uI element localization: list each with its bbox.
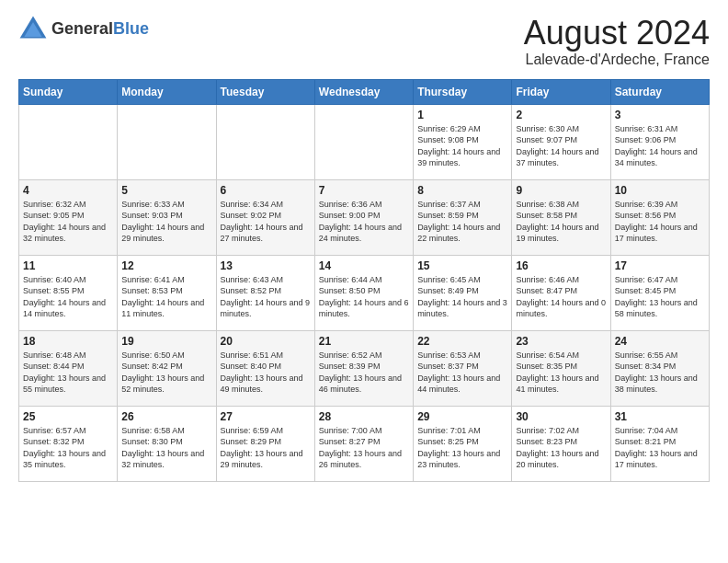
calendar-cell-w2-d6: 10Sunrise: 6:39 AM Sunset: 8:56 PM Dayli… (610, 179, 709, 255)
logo-blue-text: Blue (113, 19, 149, 38)
calendar-cell-w4-d4: 22Sunrise: 6:53 AM Sunset: 8:37 PM Dayli… (414, 330, 512, 406)
day-number: 18 (23, 335, 113, 348)
day-number: 25 (23, 410, 113, 423)
day-number: 5 (121, 184, 211, 197)
calendar-cell-w2-d0: 4Sunrise: 6:32 AM Sunset: 9:05 PM Daylig… (19, 179, 118, 255)
day-number: 14 (319, 259, 409, 272)
day-info: Sunrise: 7:02 AM Sunset: 8:23 PM Dayligh… (516, 425, 606, 471)
calendar-week-2: 4Sunrise: 6:32 AM Sunset: 9:05 PM Daylig… (19, 179, 710, 255)
day-info: Sunrise: 6:59 AM Sunset: 8:29 PM Dayligh… (221, 425, 311, 471)
calendar-cell-w2-d2: 6Sunrise: 6:34 AM Sunset: 9:02 PM Daylig… (216, 179, 314, 255)
calendar-cell-w4-d5: 23Sunrise: 6:54 AM Sunset: 8:35 PM Dayli… (512, 330, 610, 406)
day-info: Sunrise: 6:40 AM Sunset: 8:55 PM Dayligh… (23, 274, 113, 320)
day-number: 16 (516, 259, 606, 272)
calendar-cell-w3-d3: 14Sunrise: 6:44 AM Sunset: 8:50 PM Dayli… (314, 255, 413, 330)
day-info: Sunrise: 7:04 AM Sunset: 8:21 PM Dayligh… (615, 425, 705, 471)
calendar-week-1: 1Sunrise: 6:29 AM Sunset: 9:08 PM Daylig… (19, 104, 710, 179)
calendar-cell-w1-d0 (19, 104, 118, 179)
calendar-cell-w5-d4: 29Sunrise: 7:01 AM Sunset: 8:25 PM Dayli… (414, 406, 512, 481)
day-info: Sunrise: 6:39 AM Sunset: 8:56 PM Dayligh… (615, 199, 705, 245)
day-info: Sunrise: 6:57 AM Sunset: 8:32 PM Dayligh… (23, 425, 113, 471)
calendar-cell-w3-d2: 13Sunrise: 6:43 AM Sunset: 8:52 PM Dayli… (216, 255, 314, 330)
day-number: 28 (319, 410, 409, 423)
day-info: Sunrise: 6:41 AM Sunset: 8:53 PM Dayligh… (121, 274, 211, 320)
day-info: Sunrise: 6:36 AM Sunset: 9:00 PM Dayligh… (319, 199, 409, 245)
calendar-cell-w5-d1: 26Sunrise: 6:58 AM Sunset: 8:30 PM Dayli… (118, 406, 216, 481)
day-number: 26 (121, 410, 211, 423)
calendar-header-row: Sunday Monday Tuesday Wednesday Thursday… (19, 79, 710, 104)
day-info: Sunrise: 6:46 AM Sunset: 8:47 PM Dayligh… (516, 274, 606, 320)
day-number: 23 (516, 335, 606, 348)
calendar-cell-w5-d6: 31Sunrise: 7:04 AM Sunset: 8:21 PM Dayli… (610, 406, 709, 481)
day-info: Sunrise: 6:37 AM Sunset: 8:59 PM Dayligh… (417, 199, 507, 245)
day-number: 27 (221, 410, 311, 423)
day-number: 10 (615, 184, 705, 197)
calendar-cell-w5-d3: 28Sunrise: 7:00 AM Sunset: 8:27 PM Dayli… (314, 406, 413, 481)
calendar-cell-w1-d2 (216, 104, 314, 179)
calendar-cell-w4-d1: 19Sunrise: 6:50 AM Sunset: 8:42 PM Dayli… (118, 330, 216, 406)
day-number: 9 (516, 184, 606, 197)
header: GeneralBlue August 2024 Lalevade-d'Ardec… (18, 15, 710, 68)
calendar-cell-w4-d3: 21Sunrise: 6:52 AM Sunset: 8:39 PM Dayli… (314, 330, 413, 406)
day-info: Sunrise: 6:32 AM Sunset: 9:05 PM Dayligh… (23, 199, 113, 245)
day-number: 12 (121, 259, 211, 272)
day-info: Sunrise: 6:29 AM Sunset: 9:08 PM Dayligh… (417, 123, 507, 169)
calendar-cell-w1-d1 (118, 104, 216, 179)
calendar-week-4: 18Sunrise: 6:48 AM Sunset: 8:44 PM Dayli… (19, 330, 710, 406)
title-block: August 2024 Lalevade-d'Ardeche, France (524, 15, 710, 68)
day-info: Sunrise: 6:44 AM Sunset: 8:50 PM Dayligh… (319, 274, 409, 320)
calendar-cell-w2-d1: 5Sunrise: 6:33 AM Sunset: 9:03 PM Daylig… (118, 179, 216, 255)
calendar-cell-w3-d0: 11Sunrise: 6:40 AM Sunset: 8:55 PM Dayli… (19, 255, 118, 330)
day-info: Sunrise: 6:48 AM Sunset: 8:44 PM Dayligh… (23, 350, 113, 396)
day-number: 29 (417, 410, 507, 423)
calendar-cell-w1-d5: 2Sunrise: 6:30 AM Sunset: 9:07 PM Daylig… (512, 104, 610, 179)
day-number: 13 (221, 259, 311, 272)
day-info: Sunrise: 7:00 AM Sunset: 8:27 PM Dayligh… (319, 425, 409, 471)
day-info: Sunrise: 6:30 AM Sunset: 9:07 PM Dayligh… (516, 123, 606, 169)
day-info: Sunrise: 6:47 AM Sunset: 8:45 PM Dayligh… (615, 274, 705, 320)
col-thursday: Thursday (414, 79, 512, 104)
calendar-cell-w3-d1: 12Sunrise: 6:41 AM Sunset: 8:53 PM Dayli… (118, 255, 216, 330)
col-friday: Friday (512, 79, 610, 104)
page: GeneralBlue August 2024 Lalevade-d'Ardec… (0, 0, 728, 497)
calendar-cell-w1-d6: 3Sunrise: 6:31 AM Sunset: 9:06 PM Daylig… (610, 104, 709, 179)
calendar-cell-w4-d2: 20Sunrise: 6:51 AM Sunset: 8:40 PM Dayli… (216, 330, 314, 406)
day-info: Sunrise: 6:58 AM Sunset: 8:30 PM Dayligh… (121, 425, 211, 471)
day-info: Sunrise: 6:31 AM Sunset: 9:06 PM Dayligh… (615, 123, 705, 169)
calendar-week-5: 25Sunrise: 6:57 AM Sunset: 8:32 PM Dayli… (19, 406, 710, 481)
calendar-cell-w3-d6: 17Sunrise: 6:47 AM Sunset: 8:45 PM Dayli… (610, 255, 709, 330)
calendar-cell-w5-d2: 27Sunrise: 6:59 AM Sunset: 8:29 PM Dayli… (216, 406, 314, 481)
day-number: 3 (615, 109, 705, 121)
day-info: Sunrise: 6:52 AM Sunset: 8:39 PM Dayligh… (319, 350, 409, 396)
location: Lalevade-d'Ardeche, France (524, 52, 710, 68)
day-number: 1 (417, 109, 507, 121)
day-info: Sunrise: 6:33 AM Sunset: 9:03 PM Dayligh… (121, 199, 211, 245)
day-info: Sunrise: 6:38 AM Sunset: 8:58 PM Dayligh… (516, 199, 606, 245)
day-number: 4 (23, 184, 113, 197)
day-info: Sunrise: 6:53 AM Sunset: 8:37 PM Dayligh… (417, 350, 507, 396)
day-number: 24 (615, 335, 705, 348)
day-number: 22 (417, 335, 507, 348)
calendar-cell-w5-d5: 30Sunrise: 7:02 AM Sunset: 8:23 PM Dayli… (512, 406, 610, 481)
calendar-cell-w5-d0: 25Sunrise: 6:57 AM Sunset: 8:32 PM Dayli… (19, 406, 118, 481)
day-info: Sunrise: 6:51 AM Sunset: 8:40 PM Dayligh… (221, 350, 311, 396)
day-number: 31 (615, 410, 705, 423)
day-number: 7 (319, 184, 409, 197)
calendar-cell-w4-d0: 18Sunrise: 6:48 AM Sunset: 8:44 PM Dayli… (19, 330, 118, 406)
day-info: Sunrise: 6:45 AM Sunset: 8:49 PM Dayligh… (417, 274, 507, 320)
calendar-cell-w3-d4: 15Sunrise: 6:45 AM Sunset: 8:49 PM Dayli… (414, 255, 512, 330)
calendar-table: Sunday Monday Tuesday Wednesday Thursday… (18, 79, 710, 482)
day-info: Sunrise: 6:43 AM Sunset: 8:52 PM Dayligh… (221, 274, 311, 320)
calendar-cell-w1-d3 (314, 104, 413, 179)
day-number: 21 (319, 335, 409, 348)
day-info: Sunrise: 7:01 AM Sunset: 8:25 PM Dayligh… (417, 425, 507, 471)
calendar-cell-w4-d6: 24Sunrise: 6:55 AM Sunset: 8:34 PM Dayli… (610, 330, 709, 406)
day-number: 30 (516, 410, 606, 423)
col-sunday: Sunday (19, 79, 118, 104)
month-year: August 2024 (524, 15, 710, 52)
day-number: 2 (516, 109, 606, 121)
day-info: Sunrise: 6:34 AM Sunset: 9:02 PM Dayligh… (221, 199, 311, 245)
calendar-week-3: 11Sunrise: 6:40 AM Sunset: 8:55 PM Dayli… (19, 255, 710, 330)
col-tuesday: Tuesday (216, 79, 314, 104)
day-number: 6 (221, 184, 311, 197)
